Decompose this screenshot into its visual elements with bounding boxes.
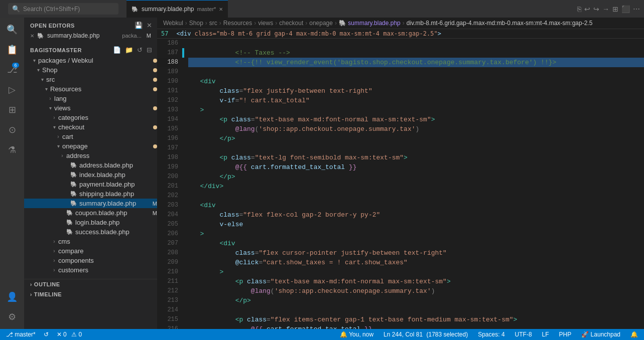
code-line-186 <box>188 39 644 48</box>
breadcrumb-part-2[interactable]: Shop <box>189 20 203 27</box>
redo-icon[interactable]: ↪ <box>593 5 599 13</box>
tree-item[interactable]: ▾ views <box>24 103 157 113</box>
bell-status[interactable]: 🔔 <box>628 331 640 338</box>
split-down-icon[interactable]: ⬛ <box>621 5 630 13</box>
tree-item-customers[interactable]: › customers <box>24 265 157 275</box>
explorer-title: BAGISTOMASTER <box>30 47 82 53</box>
breadcrumb-part-1[interactable]: Webkul <box>163 20 183 27</box>
source-control-activity-icon[interactable]: ⎇ 6 <box>4 62 20 78</box>
tree-item-file[interactable]: › 🐘 shipping.blade.php <box>24 189 157 199</box>
tab-modified: master* <box>197 6 216 12</box>
tree-item[interactable]: ▾ Shop <box>24 65 157 75</box>
notification-status[interactable]: 🔔 You, now <box>338 331 375 338</box>
open-editor-filename: summary.blade.php <box>47 32 119 39</box>
line-num-187: 187 <box>157 48 178 58</box>
tree-item-compare[interactable]: › compare <box>24 246 157 256</box>
tree-item-file[interactable]: › 🐘 index.blade.php <box>24 170 157 180</box>
tree-item[interactable]: › cart <box>24 132 157 141</box>
tree-item[interactable]: ▾ Resources <box>24 84 157 94</box>
spaces-label: Spaces: 4 <box>478 331 504 338</box>
line-num-199: 199 <box>157 162 178 172</box>
encoding-status[interactable]: UTF-8 <box>513 331 534 338</box>
code-line-190: <div <box>188 77 644 86</box>
run-activity-icon[interactable]: ▷ <box>4 82 20 98</box>
gutter-modified-bar <box>182 48 184 58</box>
launchpad-status[interactable]: 🚀 Launchpad <box>579 331 622 338</box>
breadcrumb-part-5[interactable]: views <box>258 20 273 27</box>
tree-item-file[interactable]: › 🐘 login.blade.php <box>24 218 157 227</box>
close-all-icon[interactable]: ✕ <box>146 21 153 30</box>
line-ending-status[interactable]: LF <box>540 331 551 338</box>
code-line-208: class="flex cursor-pointer justify-betwe… <box>188 248 644 258</box>
tree-item-file-selected[interactable]: › 🐘 summary.blade.php M <box>24 199 157 208</box>
code-line-204: class="flex flex-col gap-2 border-y py-2… <box>188 210 644 220</box>
undo-icon[interactable]: ↩ <box>584 5 590 13</box>
open-editor-item[interactable]: ✕ 🐘 summary.blade.php packa... M <box>24 31 157 40</box>
cursor-position: Ln 244, Col 81 <box>383 331 423 338</box>
tree-item[interactable]: › lang <box>24 94 157 103</box>
sync-status[interactable]: ↺ <box>42 331 51 338</box>
breadcrumb-part-4[interactable]: Resources <box>223 20 252 27</box>
tree-item[interactable]: ▾ packages / Webkul <box>24 56 157 65</box>
cursor-position-status[interactable]: Ln 244, Col 81 (1783 selected) <box>381 331 470 338</box>
testing-activity-icon[interactable]: ⚗ <box>4 142 20 158</box>
remote-activity-icon[interactable]: ⊙ <box>4 122 20 138</box>
timeline-label: TIMELINE <box>34 291 62 297</box>
tree-item-file[interactable]: › 🐘 coupon.blade.php M <box>24 208 157 218</box>
tree-item-file[interactable]: › 🐘 success.blade.php <box>24 227 157 237</box>
line-num-207: 207 <box>157 239 178 248</box>
tree-item-cms[interactable]: › cms <box>24 237 157 246</box>
extensions-activity-icon[interactable]: ⊞ <box>4 102 20 118</box>
code-editor[interactable]: 186 187 188 189 190 191 192 193 194 195 … <box>157 39 644 329</box>
breadcrumb-part-8[interactable]: 🐘 summary.blade.php <box>339 20 401 27</box>
breadcrumb-part-6[interactable]: checkout <box>279 20 303 27</box>
line-num-192: 192 <box>157 96 178 105</box>
git-branch-status[interactable]: ⎇ master* <box>4 331 38 338</box>
tree-item-components[interactable]: › components <box>24 256 157 265</box>
code-line-213: </p> <box>188 296 644 305</box>
open-changes-icon[interactable]: ⊞ <box>612 5 618 13</box>
search-bar[interactable]: 🔍 Search (Ctrl+Shift+F) <box>8 3 118 15</box>
code-line-212: @lang('shop::app.checkout.onepage.summar… <box>188 286 644 296</box>
warning-icon: ⚠ <box>71 331 77 338</box>
line-content-preview: <div class="mb-8 mt-6 grid gap-4 max-md:… <box>176 30 441 37</box>
code-line-189 <box>188 67 644 77</box>
tree-item[interactable]: ▾ checkout <box>24 122 157 132</box>
more-actions-icon[interactable]: ⋯ <box>633 5 640 13</box>
title-bar: 🔍 Search (Ctrl+Shift+F) 🐘 summary.blade.… <box>0 0 644 18</box>
accounts-activity-icon[interactable]: 👤 <box>4 289 20 305</box>
selection-status: (1783 selected) <box>426 331 468 338</box>
language-status[interactable]: PHP <box>557 331 574 338</box>
search-activity-icon[interactable]: 🔍 <box>4 22 20 38</box>
code-line-200: </p> <box>188 172 644 182</box>
editor-tab-summary[interactable]: 🐘 summary.blade.php master* ✕ <box>126 0 228 18</box>
open-editors-title: OPEN EDITORS <box>30 23 75 29</box>
tree-item-file[interactable]: › 🐘 address.blade.php <box>24 160 157 170</box>
breadcrumb-part-3[interactable]: src <box>209 20 217 27</box>
spaces-status[interactable]: Spaces: 4 <box>476 331 506 338</box>
breadcrumb-current[interactable]: div.mb-8.mt-6.grid.gap-4.max-md:mb-0.max… <box>407 20 593 27</box>
forward-icon[interactable]: → <box>602 5 609 13</box>
timeline-section[interactable]: › TIMELINE <box>24 289 157 299</box>
code-content[interactable]: <!-- Taxes --> <!--{!! view_render_event… <box>184 39 644 329</box>
tree-item-file[interactable]: › 🐘 payment.blade.php <box>24 180 157 189</box>
tree-item[interactable]: › categories <box>24 113 157 122</box>
split-editor-icon[interactable]: ⎘ <box>577 5 581 13</box>
collapse-all-icon[interactable]: ⊟ <box>146 45 153 55</box>
refresh-icon[interactable]: ↺ <box>136 45 144 55</box>
tree-item[interactable]: ▾ src <box>24 75 157 84</box>
new-folder-icon[interactable]: 📁 <box>124 45 134 55</box>
save-all-icon[interactable]: 💾 <box>134 21 144 30</box>
errors-status[interactable]: ✕ 0 ⚠ 0 <box>55 331 84 338</box>
tree-item[interactable]: › address <box>24 151 157 160</box>
tree-item[interactable]: ▾ onepage <box>24 141 157 151</box>
activity-bar: 🔍 📋 ⎇ 6 ▷ ⊞ ⊙ ⚗ 👤 ⚙ <box>0 18 24 329</box>
new-file-icon[interactable]: 📄 <box>112 45 122 55</box>
settings-activity-icon[interactable]: ⚙ <box>4 309 20 325</box>
outline-section[interactable]: › OUTLINE <box>24 279 157 289</box>
line-num-209: 209 <box>157 258 178 267</box>
breadcrumb-part-7[interactable]: onepage <box>309 20 333 27</box>
open-editor-close-icon[interactable]: ✕ <box>30 33 34 39</box>
tab-close-icon[interactable]: ✕ <box>219 7 223 12</box>
explorer-activity-icon[interactable]: 📋 <box>4 42 20 58</box>
